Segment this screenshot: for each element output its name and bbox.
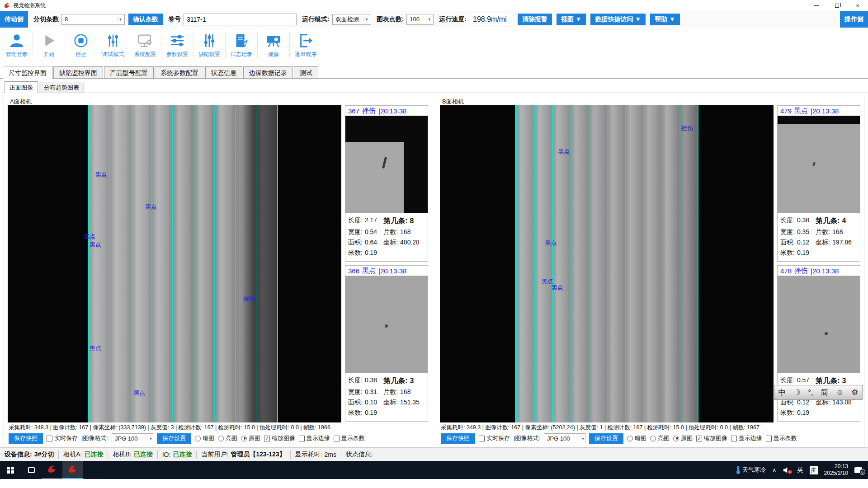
weather-widget[interactable]: 天气寒冷 [736, 466, 766, 474]
operator-side-button[interactable]: 操作侧 [840, 11, 868, 28]
clock[interactable]: 20:13 2025/2/10 [824, 463, 848, 477]
system-config-button[interactable]: 系统配置 [130, 27, 160, 63]
zoom-image-checkbox[interactable]: ✓缩放图像 [696, 434, 727, 442]
show-edge-checkbox[interactable]: 显示边缘 [299, 434, 330, 442]
camera-a-image[interactable]: 黑点黑点黑点黑点挫伤黑点黑点 [8, 105, 341, 422]
run-mode-select[interactable]: 双面检测 ▾ [332, 14, 371, 25]
tab-size-monitor[interactable]: 尺寸监控界面 [3, 66, 52, 79]
gear-icon[interactable]: ⚙ [851, 388, 858, 397]
simplified-toggle[interactable]: 简 [821, 387, 828, 398]
chart-points-value: 100 [410, 16, 420, 23]
confirm-count-button[interactable]: 确认条数 [128, 14, 163, 25]
panel-a-body: 黑点黑点黑点黑点挫伤黑点黑点 367 挫伤 |20:13:38 长度:2.17 … [8, 105, 428, 422]
checkbox-label: 显示边缘 [307, 434, 330, 442]
taskbar-app-2-active[interactable] [62, 461, 83, 479]
maximize-button[interactable] [826, 0, 847, 11]
roll-number-input[interactable] [184, 14, 297, 25]
chevron-down-icon: ▾ [582, 436, 584, 441]
subtab-trend-chart[interactable]: 分布趋势图表 [39, 82, 84, 93]
drive-side-button[interactable]: 传动侧 [0, 11, 28, 28]
show-strip-count-checkbox[interactable]: 显示条数 [766, 434, 797, 442]
camera-b-status: 相机B:已连接 [113, 450, 152, 459]
icon-toolbar: 管理登录 开始 停止 调试模式 系统配置 参数设置 缺陷设置 日志记录 提像 [0, 27, 868, 63]
chevron-down-icon: ▾ [117, 17, 123, 22]
data-quick-access-button[interactable]: 数据快捷访问 ▼ [590, 14, 646, 25]
defect-card-header: 479 黑点 |20:13:38 [778, 106, 860, 116]
chart-points-select[interactable]: 100 ▾ [406, 14, 434, 25]
bright-image-radio[interactable]: 亮图 [218, 434, 237, 442]
panel-camera-a: A面相机 黑点黑点黑点黑点挫伤黑点黑点 367 挫伤 |20:13:38 长度:… [4, 96, 432, 447]
dark-image-radio[interactable]: 暗图 [195, 434, 214, 442]
debug-mode-button[interactable]: 调试模式 [98, 27, 128, 63]
defect-label: 黑点 [545, 239, 557, 247]
tab-product-model-config[interactable]: 产品型号配置 [104, 66, 154, 78]
emoji-button[interactable]: ☺ [836, 388, 844, 397]
language-indicator[interactable]: 英 [797, 466, 803, 474]
icon-label: 开始 [43, 51, 54, 58]
tray-expand-button[interactable]: ∧ [772, 467, 777, 474]
show-edge-checkbox[interactable]: 显示边缘 [731, 434, 762, 442]
save-settings-button[interactable]: 保存设置 [589, 433, 623, 444]
show-strip-count-checkbox[interactable]: 显示条数 [334, 434, 365, 442]
view-menu-button[interactable]: 视图 ▼ [557, 14, 586, 25]
checkbox-label: 缩放图像 [272, 434, 295, 442]
radio-label: 暗图 [203, 434, 214, 442]
minimize-button[interactable] [806, 0, 826, 11]
tab-defect-monitor[interactable]: 缺陷监控界面 [53, 66, 103, 78]
icon-label: 参数设置 [166, 51, 188, 58]
help-menu-button[interactable]: 帮助 ▼ [650, 14, 680, 25]
original-image-radio[interactable]: 原图 [241, 434, 260, 442]
date-text: 2025/2/10 [824, 470, 848, 477]
subtab-front-image[interactable]: 正面图像 [5, 81, 38, 93]
dark-image-radio[interactable]: 暗图 [627, 434, 646, 442]
ime-indicator[interactable]: 拼 [810, 466, 818, 474]
notification-center-button[interactable]: 6 [854, 466, 863, 474]
ime-chinese-button[interactable]: 中 [778, 387, 786, 398]
exit-program-button[interactable]: 退出程序 [291, 27, 321, 63]
zoom-image-checkbox[interactable]: ✓缩放图像 [264, 434, 295, 442]
save-snapshot-button[interactable]: 保存快照 [441, 433, 475, 444]
moon-icon[interactable]: ☽ [793, 388, 800, 397]
start-button[interactable] [0, 461, 21, 479]
task-view-button[interactable] [21, 461, 42, 479]
stat-meters: 米数:0.19 [780, 409, 816, 417]
stat-coord: 坐标:151.35 [383, 399, 425, 407]
icon-label: 日志记录 [231, 51, 252, 58]
stat-width: 宽度:0.54 [348, 228, 383, 236]
checkbox-label: 实时保存 [486, 434, 510, 442]
image-format-select[interactable]: JPG 100▾ [112, 433, 153, 443]
checkbox-checked-icon: ✓ [264, 436, 270, 441]
parameter-settings-button[interactable]: 参数设置 [162, 27, 192, 63]
log-record-button[interactable]: 日志记录 [226, 27, 256, 63]
volume-muted-button[interactable]: × [783, 466, 791, 474]
tab-system-param-config[interactable]: 系统参数配置 [155, 66, 204, 78]
current-user: 当前用户:管理员【123-123】 [201, 450, 285, 459]
start-button[interactable]: 开始 [34, 27, 64, 63]
original-image-radio[interactable]: 原图 [673, 434, 693, 442]
camera-b-image[interactable]: 挫伤黑点黑点黑点黑点 [440, 105, 774, 422]
realtime-save-checkbox[interactable]: 实时保存 [47, 434, 78, 442]
bright-image-radio[interactable]: 亮图 [650, 434, 670, 442]
stat-length: 长度:0.38 [348, 376, 383, 386]
punctuation-toggle[interactable]: °, [808, 388, 813, 397]
defect-card[interactable]: 366 黑点 |20:13:38 长度:0.38 第几条:3 宽度:0.31 片… [345, 265, 428, 422]
defect-card[interactable]: 367 挫伤 |20:13:38 长度:2.17 第几条:8 宽度:0.54 片… [345, 105, 428, 262]
defect-card[interactable]: 479 黑点 |20:13:38 长度:0.38 第几条:4 宽度:0.35 片… [777, 105, 860, 262]
clear-alarm-button[interactable]: 清除报警 [518, 14, 552, 25]
tab-edge-data-record[interactable]: 边缘数据记录 [243, 66, 293, 78]
save-settings-button[interactable]: 保存设置 [157, 433, 191, 444]
taskbar-app-1[interactable] [42, 461, 62, 479]
realtime-save-checkbox[interactable]: 实时保存 [479, 434, 510, 442]
tab-test[interactable]: 测试 [294, 66, 318, 78]
save-snapshot-button[interactable]: 保存快照 [9, 433, 43, 444]
slit-count-select[interactable]: 8 ▾ [61, 14, 125, 25]
windows-taskbar: 天气寒冷 ∧ × 英 拼 20:13 2025/2/10 6 [0, 461, 868, 479]
admin-login-button[interactable]: 管理登录 [2, 27, 32, 63]
image-format-select[interactable]: JPG 100▾ [544, 433, 585, 443]
close-button[interactable]: × [847, 0, 868, 11]
defect-settings-button[interactable]: 缺陷设置 [194, 27, 224, 63]
stop-button[interactable]: 停止 [66, 27, 96, 63]
capture-button[interactable]: 提像 [259, 27, 288, 63]
tab-status-info[interactable]: 状态信息 [205, 66, 242, 78]
main-tab-bar: 尺寸监控界面 缺陷监控界面 产品型号配置 系统参数配置 状态信息 边缘数据记录 … [0, 63, 868, 79]
